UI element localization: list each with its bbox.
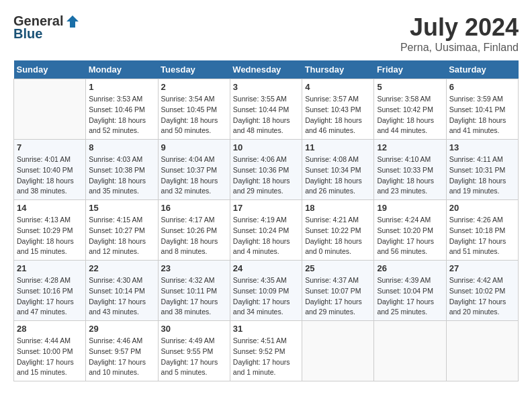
day-number: 13 <box>449 142 515 152</box>
day-number: 24 <box>233 263 299 273</box>
calendar-day-cell: 3Sunrise: 3:55 AM Sunset: 10:44 PM Dayli… <box>230 79 302 140</box>
day-number: 30 <box>161 324 227 334</box>
calendar-day-cell <box>446 321 518 381</box>
day-number: 1 <box>89 82 154 92</box>
day-info: Sunrise: 3:53 AM Sunset: 10:46 PM Daylig… <box>89 94 154 136</box>
day-info: Sunrise: 4:51 AM Sunset: 9:52 PM Dayligh… <box>233 336 299 378</box>
day-info: Sunrise: 4:49 AM Sunset: 9:55 PM Dayligh… <box>161 336 227 378</box>
calendar-day-cell: 10Sunrise: 4:06 AM Sunset: 10:36 PM Dayl… <box>230 140 302 200</box>
svg-marker-0 <box>66 15 79 28</box>
weekday-header-wednesday: Wednesday <box>230 60 302 79</box>
calendar-week-row: 1Sunrise: 3:53 AM Sunset: 10:46 PM Dayli… <box>14 79 519 140</box>
day-info: Sunrise: 3:59 AM Sunset: 10:41 PM Daylig… <box>449 94 515 136</box>
calendar-day-cell: 17Sunrise: 4:19 AM Sunset: 10:24 PM Dayl… <box>230 200 302 261</box>
day-number: 14 <box>17 203 83 213</box>
calendar-day-cell: 21Sunrise: 4:28 AM Sunset: 10:16 PM Dayl… <box>14 261 86 321</box>
day-info: Sunrise: 4:28 AM Sunset: 10:16 PM Daylig… <box>17 275 83 318</box>
day-info: Sunrise: 4:37 AM Sunset: 10:07 PM Daylig… <box>305 275 371 318</box>
calendar-day-cell: 1Sunrise: 3:53 AM Sunset: 10:46 PM Dayli… <box>86 79 158 140</box>
weekday-header-monday: Monday <box>86 60 158 79</box>
calendar-day-cell: 4Sunrise: 3:57 AM Sunset: 10:43 PM Dayli… <box>302 79 374 140</box>
day-info: Sunrise: 4:10 AM Sunset: 10:33 PM Daylig… <box>377 154 443 197</box>
day-number: 12 <box>377 142 443 152</box>
calendar-day-cell: 15Sunrise: 4:15 AM Sunset: 10:27 PM Dayl… <box>86 200 158 261</box>
calendar-day-cell: 7Sunrise: 4:01 AM Sunset: 10:40 PM Dayli… <box>14 140 86 200</box>
day-number: 6 <box>449 82 515 92</box>
day-number: 25 <box>305 263 371 273</box>
calendar-day-cell: 25Sunrise: 4:37 AM Sunset: 10:07 PM Dayl… <box>302 261 374 321</box>
day-number: 5 <box>377 82 443 92</box>
weekday-header-friday: Friday <box>374 60 446 79</box>
day-info: Sunrise: 3:54 AM Sunset: 10:45 PM Daylig… <box>161 94 227 136</box>
day-number: 17 <box>233 203 299 213</box>
calendar-day-cell <box>302 321 374 381</box>
weekday-header-tuesday: Tuesday <box>158 60 230 79</box>
calendar-day-cell: 23Sunrise: 4:32 AM Sunset: 10:11 PM Dayl… <box>158 261 230 321</box>
calendar-day-cell: 14Sunrise: 4:13 AM Sunset: 10:29 PM Dayl… <box>14 200 86 261</box>
day-number: 2 <box>161 82 227 92</box>
day-info: Sunrise: 4:04 AM Sunset: 10:37 PM Daylig… <box>161 154 227 197</box>
day-number: 4 <box>305 82 371 92</box>
day-info: Sunrise: 4:17 AM Sunset: 10:26 PM Daylig… <box>161 215 227 257</box>
day-info: Sunrise: 4:01 AM Sunset: 10:40 PM Daylig… <box>17 154 83 197</box>
calendar-day-cell <box>14 79 86 140</box>
calendar-day-cell: 20Sunrise: 4:26 AM Sunset: 10:18 PM Dayl… <box>446 200 518 261</box>
day-number: 18 <box>305 203 371 213</box>
day-number: 21 <box>17 263 83 273</box>
day-info: Sunrise: 4:44 AM Sunset: 10:00 PM Daylig… <box>17 336 83 378</box>
calendar-day-cell <box>374 321 446 381</box>
calendar-day-cell: 28Sunrise: 4:44 AM Sunset: 10:00 PM Dayl… <box>14 321 86 381</box>
calendar-week-row: 14Sunrise: 4:13 AM Sunset: 10:29 PM Dayl… <box>14 200 519 261</box>
calendar-day-cell: 13Sunrise: 4:11 AM Sunset: 10:31 PM Dayl… <box>446 140 518 200</box>
day-number: 19 <box>377 203 443 213</box>
day-number: 16 <box>161 203 227 213</box>
calendar-day-cell: 8Sunrise: 4:03 AM Sunset: 10:38 PM Dayli… <box>86 140 158 200</box>
day-number: 20 <box>449 203 515 213</box>
day-info: Sunrise: 4:26 AM Sunset: 10:18 PM Daylig… <box>449 215 515 257</box>
day-info: Sunrise: 3:58 AM Sunset: 10:42 PM Daylig… <box>377 94 443 136</box>
calendar-week-row: 21Sunrise: 4:28 AM Sunset: 10:16 PM Dayl… <box>14 261 519 321</box>
day-info: Sunrise: 4:08 AM Sunset: 10:34 PM Daylig… <box>305 154 371 197</box>
calendar-table: SundayMondayTuesdayWednesdayThursdayFrid… <box>13 60 519 381</box>
day-number: 3 <box>233 82 299 92</box>
day-info: Sunrise: 4:13 AM Sunset: 10:29 PM Daylig… <box>17 215 83 257</box>
location-title: Perna, Uusimaa, Finland <box>400 42 519 54</box>
day-number: 31 <box>233 324 299 334</box>
calendar-day-cell: 16Sunrise: 4:17 AM Sunset: 10:26 PM Dayl… <box>158 200 230 261</box>
calendar-day-cell: 29Sunrise: 4:46 AM Sunset: 9:57 PM Dayli… <box>86 321 158 381</box>
day-info: Sunrise: 4:03 AM Sunset: 10:38 PM Daylig… <box>89 154 154 197</box>
day-info: Sunrise: 4:21 AM Sunset: 10:22 PM Daylig… <box>305 215 371 257</box>
day-number: 9 <box>161 142 227 152</box>
calendar-day-cell: 22Sunrise: 4:30 AM Sunset: 10:14 PM Dayl… <box>86 261 158 321</box>
calendar-week-row: 28Sunrise: 4:44 AM Sunset: 10:00 PM Dayl… <box>14 321 519 381</box>
calendar-day-cell: 11Sunrise: 4:08 AM Sunset: 10:34 PM Dayl… <box>302 140 374 200</box>
day-info: Sunrise: 4:06 AM Sunset: 10:36 PM Daylig… <box>233 154 299 197</box>
calendar-day-cell: 6Sunrise: 3:59 AM Sunset: 10:41 PM Dayli… <box>446 79 518 140</box>
day-number: 15 <box>89 203 154 213</box>
weekday-header-sunday: Sunday <box>14 60 86 79</box>
calendar-day-cell: 18Sunrise: 4:21 AM Sunset: 10:22 PM Dayl… <box>302 200 374 261</box>
day-info: Sunrise: 4:24 AM Sunset: 10:20 PM Daylig… <box>377 215 443 257</box>
day-info: Sunrise: 4:32 AM Sunset: 10:11 PM Daylig… <box>161 275 227 318</box>
day-info: Sunrise: 4:11 AM Sunset: 10:31 PM Daylig… <box>449 154 515 197</box>
day-number: 26 <box>377 263 443 273</box>
day-info: Sunrise: 3:57 AM Sunset: 10:43 PM Daylig… <box>305 94 371 136</box>
title-section: July 2024 Perna, Uusimaa, Finland <box>400 13 519 54</box>
calendar-day-cell: 12Sunrise: 4:10 AM Sunset: 10:33 PM Dayl… <box>374 140 446 200</box>
day-number: 29 <box>89 324 154 334</box>
day-number: 23 <box>161 263 227 273</box>
calendar-day-cell: 24Sunrise: 4:35 AM Sunset: 10:09 PM Dayl… <box>230 261 302 321</box>
day-info: Sunrise: 4:35 AM Sunset: 10:09 PM Daylig… <box>233 275 299 318</box>
day-number: 22 <box>89 263 154 273</box>
weekday-header-row: SundayMondayTuesdayWednesdayThursdayFrid… <box>14 60 519 79</box>
calendar-day-cell: 31Sunrise: 4:51 AM Sunset: 9:52 PM Dayli… <box>230 321 302 381</box>
day-info: Sunrise: 4:30 AM Sunset: 10:14 PM Daylig… <box>89 275 154 318</box>
day-info: Sunrise: 4:46 AM Sunset: 9:57 PM Dayligh… <box>89 336 154 378</box>
page-header: General Blue July 2024 Perna, Uusimaa, F… <box>13 13 519 54</box>
calendar-day-cell: 2Sunrise: 3:54 AM Sunset: 10:45 PM Dayli… <box>158 79 230 140</box>
day-number: 11 <box>305 142 371 152</box>
calendar-day-cell: 27Sunrise: 4:42 AM Sunset: 10:02 PM Dayl… <box>446 261 518 321</box>
logo-icon <box>65 14 80 29</box>
day-number: 8 <box>89 142 154 152</box>
day-number: 7 <box>17 142 83 152</box>
